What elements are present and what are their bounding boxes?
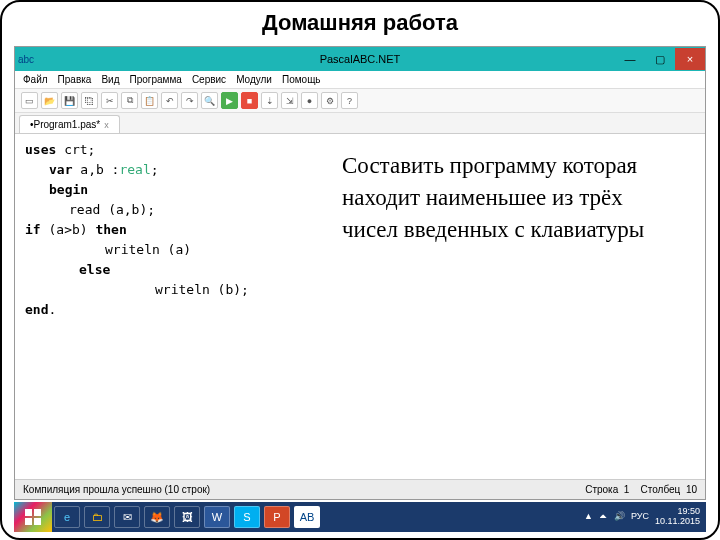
taskbar-ppt-icon[interactable]: P bbox=[264, 506, 290, 528]
code-text: crt; bbox=[56, 142, 95, 157]
breakpoint-icon[interactable]: ● bbox=[301, 92, 318, 109]
minimize-button[interactable]: — bbox=[615, 48, 645, 70]
code-fn: writeln bbox=[155, 282, 210, 297]
new-file-icon[interactable]: ▭ bbox=[21, 92, 38, 109]
code-text: (a>b) bbox=[41, 222, 96, 237]
stop-icon[interactable]: ■ bbox=[241, 92, 258, 109]
start-button[interactable] bbox=[14, 502, 52, 532]
statusbar: Компиляция прошла успешно (10 строк) Стр… bbox=[15, 479, 705, 499]
code-text: a,b : bbox=[72, 162, 119, 177]
page-title: Домашняя работа bbox=[2, 10, 718, 36]
menu-edit[interactable]: Правка bbox=[58, 74, 92, 85]
code-type: real bbox=[119, 162, 150, 177]
code-text: (b); bbox=[210, 282, 249, 297]
code-kw: begin bbox=[49, 182, 88, 197]
code-kw: end bbox=[25, 302, 48, 317]
code-text: (a,b); bbox=[100, 202, 155, 217]
svg-rect-3 bbox=[34, 518, 41, 525]
svg-rect-2 bbox=[25, 518, 32, 525]
menu-service[interactable]: Сервис bbox=[192, 74, 226, 85]
taskbar-mail-icon[interactable]: ✉ bbox=[114, 506, 140, 528]
tray-clock[interactable]: 19:50 10.11.2015 bbox=[655, 507, 700, 527]
status-left: Компиляция прошла успешно (10 строк) bbox=[23, 484, 210, 495]
code-kw: then bbox=[95, 222, 126, 237]
find-icon[interactable]: 🔍 bbox=[201, 92, 218, 109]
save-icon[interactable]: 💾 bbox=[61, 92, 78, 109]
code-text: ; bbox=[151, 162, 159, 177]
redo-icon[interactable]: ↷ bbox=[181, 92, 198, 109]
run-icon[interactable]: ▶ bbox=[221, 92, 238, 109]
taskbar-skype-icon[interactable]: S bbox=[234, 506, 260, 528]
app-title: PascalABC.NET bbox=[320, 53, 401, 65]
code-kw: else bbox=[79, 262, 110, 277]
taskbar-folder-icon[interactable]: 🗀 bbox=[84, 506, 110, 528]
tab-close-icon[interactable]: x bbox=[104, 120, 109, 130]
tab-program1[interactable]: •Program1.pas* x bbox=[19, 115, 120, 133]
svg-rect-0 bbox=[25, 509, 32, 516]
help-icon[interactable]: ? bbox=[341, 92, 358, 109]
code-kw: if bbox=[25, 222, 41, 237]
titlebar[interactable]: abc PascalABC.NET — ▢ × bbox=[15, 47, 705, 71]
code-text: (a) bbox=[160, 242, 191, 257]
copy-icon[interactable]: ⧉ bbox=[121, 92, 138, 109]
code-kw: var bbox=[49, 162, 72, 177]
svg-rect-1 bbox=[34, 509, 41, 516]
tray-up-icon[interactable]: ▲ bbox=[584, 512, 593, 522]
open-file-icon[interactable]: 📂 bbox=[41, 92, 58, 109]
windows-taskbar: e 🗀 ✉ 🦊 🖼 W S P AB ▲ ⏶ 🔊 РУС 19:50 10.11… bbox=[14, 502, 706, 532]
toolbar: ▭ 📂 💾 ⿻ ✂ ⧉ 📋 ↶ ↷ 🔍 ▶ ■ ⇣ ⇲ ● ⚙ ? bbox=[15, 89, 705, 113]
cut-icon[interactable]: ✂ bbox=[101, 92, 118, 109]
code-text: . bbox=[48, 302, 56, 317]
save-all-icon[interactable]: ⿻ bbox=[81, 92, 98, 109]
status-position: Строка 1 Столбец 10 bbox=[585, 484, 697, 495]
code-kw: uses bbox=[25, 142, 56, 157]
menu-view[interactable]: Вид bbox=[101, 74, 119, 85]
tray-volume-icon[interactable]: 🔊 bbox=[614, 512, 625, 522]
menubar: Файл Правка Вид Программа Сервис Модули … bbox=[15, 71, 705, 89]
stepinto-icon[interactable]: ⇲ bbox=[281, 92, 298, 109]
tray-net-icon[interactable]: ⏶ bbox=[599, 512, 608, 522]
settings-icon[interactable]: ⚙ bbox=[321, 92, 338, 109]
windows-icon bbox=[25, 509, 41, 525]
paste-icon[interactable]: 📋 bbox=[141, 92, 158, 109]
taskbar-word-icon[interactable]: W bbox=[204, 506, 230, 528]
stepover-icon[interactable]: ⇣ bbox=[261, 92, 278, 109]
task-text: Составить программу которая находит наим… bbox=[342, 150, 672, 246]
tab-label: •Program1.pas* bbox=[30, 119, 100, 130]
taskbar-gallery-icon[interactable]: 🖼 bbox=[174, 506, 200, 528]
tab-bar: •Program1.pas* x bbox=[15, 113, 705, 134]
menu-help[interactable]: Помощь bbox=[282, 74, 321, 85]
taskbar-ie-icon[interactable]: e bbox=[54, 506, 80, 528]
close-button[interactable]: × bbox=[675, 48, 705, 70]
taskbar-pascal-icon[interactable]: AB bbox=[294, 506, 320, 528]
tray-lang[interactable]: РУС bbox=[631, 512, 649, 522]
ide-window: abc PascalABC.NET — ▢ × Файл Правка Вид … bbox=[14, 46, 706, 500]
menu-file[interactable]: Файл bbox=[23, 74, 48, 85]
code-fn: writeln bbox=[105, 242, 160, 257]
undo-icon[interactable]: ↶ bbox=[161, 92, 178, 109]
app-icon: abc bbox=[15, 48, 37, 70]
menu-modules[interactable]: Модули bbox=[236, 74, 272, 85]
taskbar-firefox-icon[interactable]: 🦊 bbox=[144, 506, 170, 528]
code-fn: read bbox=[69, 202, 100, 217]
maximize-button[interactable]: ▢ bbox=[645, 48, 675, 70]
menu-program[interactable]: Программа bbox=[129, 74, 181, 85]
